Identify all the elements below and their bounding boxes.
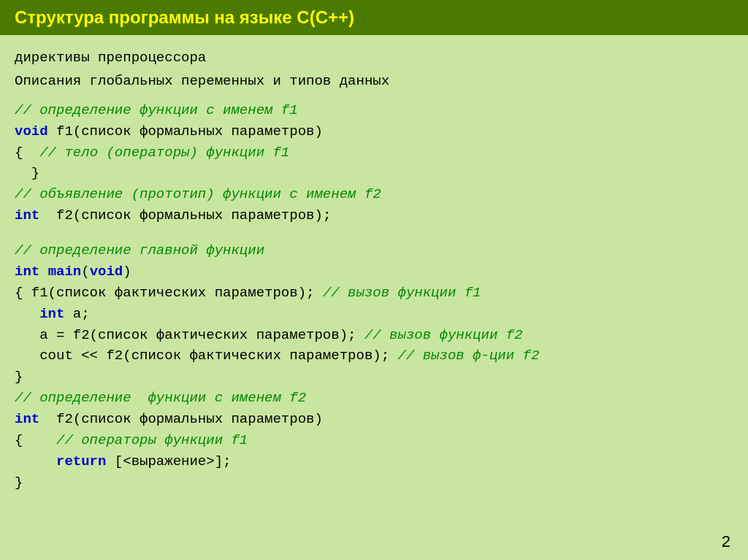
slide: Структура программы на языке С(С++) дире…	[0, 0, 748, 560]
slide-header: Структура программы на языке С(С++)	[0, 0, 748, 35]
code-line: cout << f2(список фактических параметров…	[15, 345, 733, 367]
code-line: }	[15, 472, 733, 494]
slide-content: директивы препроцессора Описания глобаль…	[0, 47, 748, 494]
code-line: int f2(список формальных параметров)	[15, 409, 733, 430]
code-line: // объявление (прототип) функции с имене…	[15, 184, 733, 205]
slide-title: Структура программы на языке С(С++)	[15, 7, 354, 27]
intro-line1: директивы препроцессора	[15, 47, 733, 69]
code-line: int f2(список формальных параметров);	[15, 205, 733, 226]
code-line: // определение функции с именем f2	[15, 388, 733, 409]
code-line: return [<выражение>];	[15, 451, 733, 472]
code-line: }	[15, 163, 733, 184]
page-number: 2	[722, 532, 730, 551]
code-line	[15, 226, 733, 240]
code-line: int main(void)	[15, 261, 733, 283]
intro-line2: Описания глобальных переменных и типов д…	[15, 70, 733, 92]
code-line: int a;	[15, 304, 733, 325]
code-line: { // тело (операторы) функции f1	[15, 142, 733, 164]
code-line: // определение главной функции	[15, 240, 733, 261]
code-line: }	[15, 367, 733, 388]
code-line: { // операторы функции f1	[15, 430, 733, 451]
code-line: { f1(список фактических параметров); // …	[15, 283, 733, 304]
code-line: // определение функции с именем f1	[15, 100, 733, 121]
code-line: a = f2(список фактических параметров); /…	[15, 325, 733, 346]
code-block: // определение функции с именем f1void f…	[15, 100, 733, 494]
code-line: void f1(список формальных параметров)	[15, 121, 733, 142]
